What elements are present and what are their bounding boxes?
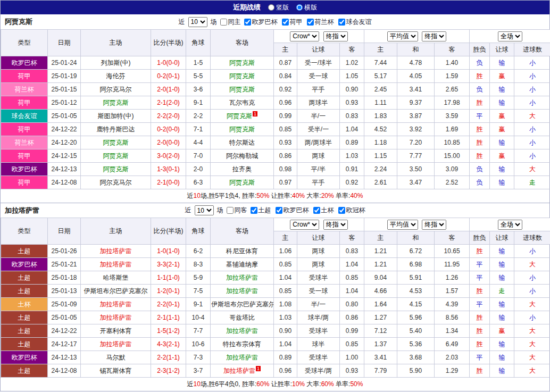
league-checkbox[interactable] (244, 19, 251, 26)
home-team-link[interactable]: 鹿特丹斯巴达 (97, 126, 135, 133)
away-team-link[interactable]: 基辅迪纳摩 (226, 261, 258, 268)
home-team-link[interactable]: 海伦芬 (106, 72, 126, 80)
away-team-link[interactable]: 加拉塔萨雷 (226, 274, 258, 281)
horizontal-view-radio[interactable] (296, 4, 303, 11)
vertical-view-radio[interactable] (268, 4, 274, 11)
view-option-horizontal[interactable]: 横版 (296, 3, 317, 12)
away-team-link[interactable]: 加拉塔萨雷 (226, 287, 258, 295)
home-team-link[interactable]: 伊斯坦布尔巴萨克塞尔 (84, 287, 148, 295)
odds-home: 0.98 (274, 163, 297, 176)
recent-count-select[interactable]: 10 (188, 17, 207, 27)
view-option-vertical[interactable]: 竖版 (268, 3, 289, 12)
home-team-link[interactable]: 阿贾克斯 (103, 99, 129, 106)
league-checkbox[interactable] (307, 19, 314, 26)
same-venue-filter[interactable]: 同主 (220, 18, 241, 27)
sub-header-odds-home: 主 (274, 43, 297, 56)
avg-away: 2.52 (435, 176, 470, 189)
odds-handicap: 受球半/两 (297, 364, 340, 378)
away-team-link[interactable]: 加拉塔萨雷 (223, 367, 255, 374)
average-select[interactable]: 平均值 (387, 31, 418, 41)
home-team-link[interactable]: 加拉塔萨雷 (100, 314, 132, 321)
league-filter[interactable]: 球会友谊 (338, 18, 372, 27)
away-team-link[interactable]: 阿贾克斯 (229, 126, 255, 133)
final-index-select[interactable]: 终指 (323, 31, 348, 41)
away-team-link[interactable]: 阿贾克斯 (229, 179, 255, 186)
home-team-link[interactable]: 加拉塔萨雷 (100, 261, 132, 268)
league-filter[interactable]: 荷兰杯 (307, 18, 334, 27)
league-filter[interactable]: 欧冠杯 (338, 206, 365, 215)
summary-part: 大率: (305, 380, 321, 388)
home-team-link[interactable]: 马尔默 (106, 354, 126, 361)
corner-score: 5-9 (186, 271, 211, 285)
away-team-link[interactable]: 加拉塔萨雷 (226, 354, 258, 361)
league-checkbox[interactable] (276, 207, 282, 214)
competition-badge: 荷兰杯 (1, 83, 48, 96)
league-filter[interactable]: 土杯 (313, 206, 334, 215)
away-team-link[interactable]: 阿贾克斯 (227, 112, 252, 120)
summary-line: 近10场,胜6平4负0, 胜率:60% 让胜率:10% 大率:60% 单率:50… (1, 378, 549, 391)
recent-count-select[interactable]: 10 (195, 205, 214, 215)
away-team-link[interactable]: 拉齐奥 (232, 165, 252, 173)
home-team-link[interactable]: 锡瓦斯体育 (100, 367, 132, 374)
avg-draw: 4.15 (397, 298, 435, 311)
away-team-link[interactable]: 阿尔梅勒城 (226, 152, 258, 160)
home-team-link[interactable]: 开塞利体育 (100, 327, 132, 335)
avg-final-index-select[interactable]: 终指 (422, 31, 446, 41)
odds-handicap: 受一球 (297, 70, 340, 83)
league-filter[interactable]: 荷甲 (282, 18, 303, 27)
away-team-link[interactable]: 瓦尔韦克 (229, 99, 255, 106)
league-checkbox[interactable] (282, 19, 289, 26)
bookmaker-select[interactable]: Crow* (290, 31, 319, 41)
home-team-link[interactable]: 斯图加特(中) (98, 112, 134, 120)
home-team-link[interactable]: 阿贾克斯 (103, 152, 129, 160)
result-outcome: 胜 (470, 324, 490, 338)
fulltime-select[interactable]: 全场 (498, 31, 522, 41)
home-team-link[interactable]: 阿尔克马尔 (100, 179, 132, 186)
summary-part: 单率: (334, 380, 351, 388)
result-outcome: 胜 (470, 96, 490, 110)
away-team-cell: 瓦尔韦克 (211, 96, 274, 110)
odds-handicap: 半/一 (297, 110, 340, 123)
away-team-link[interactable]: 哥兹塔比 (229, 314, 255, 321)
match-date: 24-12-20 (48, 136, 81, 149)
match-row: 荷甲24-12-22鹿特丹斯巴达0-2(0-0)7-1阿贾克斯0.85受半/一1… (1, 123, 550, 136)
away-team-link[interactable]: 阿贾克斯 (229, 86, 255, 93)
average-select[interactable]: 平均值 (387, 220, 418, 230)
home-team-link[interactable]: 加拉塔萨雷 (100, 247, 132, 255)
league-filter[interactable]: 欧罗巴杯 (244, 18, 278, 27)
match-date: 24-12-17 (48, 338, 81, 351)
league-checkbox[interactable] (338, 207, 345, 214)
away-team-link[interactable]: 阿贾克斯 (229, 59, 255, 66)
home-team-link[interactable]: 加拉塔萨雷 (100, 301, 132, 308)
odds-home: 1.04 (274, 338, 297, 351)
league-filter[interactable]: 土超 (251, 206, 271, 215)
final-index-select[interactable]: 终指 (323, 220, 348, 230)
avg-final-index-select[interactable]: 终指 (422, 220, 446, 230)
away-team-link[interactable]: 特拉布宗体育 (223, 340, 261, 348)
league-checkbox[interactable] (313, 207, 320, 214)
fulltime-select[interactable]: 全场 (498, 220, 522, 230)
avg-away: 17.98 (435, 96, 470, 110)
home-team-link[interactable]: 加拉塔萨雷 (100, 340, 132, 348)
league-checkbox[interactable] (338, 19, 345, 26)
away-team-link[interactable]: 科尼亚体育 (226, 247, 258, 255)
away-team-link[interactable]: 伊斯坦布尔巴萨克塞尔 (211, 301, 274, 308)
away-team-cell: 阿贾克斯 (211, 56, 274, 70)
league-checkbox[interactable] (251, 207, 257, 214)
bookmaker-select[interactable]: Crow* (290, 220, 319, 230)
col-header-home: 主场 (81, 30, 151, 56)
same-venue-checkbox[interactable] (220, 19, 227, 26)
away-team-link[interactable]: 加拉塔萨雷 (226, 327, 258, 335)
average-group-header: 平均值 终指 (364, 218, 470, 231)
away-team-link[interactable]: 阿贾克斯 (229, 72, 255, 80)
home-team-link[interactable]: 列加斯(中) (101, 59, 131, 66)
same-venue-checkbox[interactable] (227, 207, 234, 214)
league-filter[interactable]: 欧罗巴杯 (276, 206, 309, 215)
home-team-link[interactable]: 阿贾克斯 (103, 165, 129, 173)
home-team-link[interactable]: 阿贾克斯 (103, 139, 129, 146)
home-team-link[interactable]: 哈塔斯堡 (103, 274, 129, 281)
same-venue-filter[interactable]: 同客 (227, 206, 247, 215)
competition-badge: 土超 (1, 271, 48, 285)
home-team-link[interactable]: 阿尔克马尔 (100, 86, 132, 93)
away-team-link[interactable]: 特尔斯达 (229, 139, 255, 146)
